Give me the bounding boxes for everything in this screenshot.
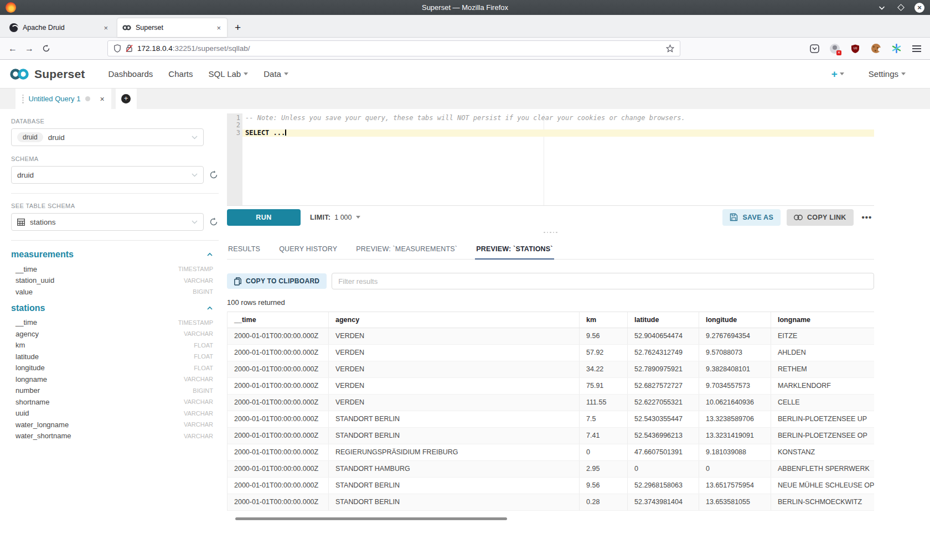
column-header-km[interactable]: km: [580, 312, 628, 328]
refresh-schema-icon[interactable]: [209, 170, 219, 180]
tab-preview-stations[interactable]: PREVIEW: `STATIONS`: [475, 241, 554, 260]
schema-column-row: __timeTIMESTAMP: [11, 263, 219, 275]
link-icon: [794, 215, 803, 220]
save-icon: [730, 213, 738, 221]
table-cell: 0.28: [580, 494, 628, 510]
chevron-up-icon[interactable]: [206, 306, 213, 310]
column-header-longitude[interactable]: longitude: [699, 312, 771, 328]
schema-table-name[interactable]: measurements: [11, 250, 74, 260]
table-cell: 75.91: [580, 378, 628, 394]
table-cell: 10.0621640936: [699, 395, 771, 411]
shield-icon[interactable]: [113, 44, 121, 53]
superset-logo[interactable]: Superset: [9, 68, 85, 81]
minimize-button[interactable]: [877, 3, 887, 13]
add-query-tab-button[interactable]: +: [116, 89, 137, 109]
table-cell: 9.56: [580, 478, 628, 494]
nav-item-sql-lab[interactable]: SQL Lab: [209, 69, 249, 79]
browser-tabstrip: Apache Druid × Superset × +: [0, 15, 930, 38]
column-header-latitude[interactable]: latitude: [628, 312, 699, 328]
column-name: shortname: [16, 398, 49, 406]
extension-asterisk-icon[interactable]: [891, 43, 902, 54]
run-button[interactable]: RUN: [227, 209, 301, 226]
drag-handle-icon[interactable]: [22, 95, 24, 103]
browser-tab-apache-druid[interactable]: Apache Druid ×: [4, 18, 114, 37]
settings-menu[interactable]: Settings: [869, 69, 906, 79]
tab-close-icon[interactable]: ×: [102, 24, 109, 32]
table-cell: BERLIN-PLOETZENSEE OP: [771, 428, 874, 444]
copy-link-button[interactable]: COPY LINK: [787, 209, 854, 226]
tab-query-history[interactable]: QUERY HISTORY: [278, 241, 338, 259]
column-header-time[interactable]: __time: [228, 312, 329, 328]
table-cell: VERDEN: [329, 378, 580, 394]
new-item-button[interactable]: +: [831, 68, 844, 80]
pane-resize-handle[interactable]: [227, 229, 874, 236]
table-cell: 52.6827572727: [628, 378, 699, 394]
column-type: VARCHAR: [184, 421, 213, 428]
more-actions-button[interactable]: •••: [860, 212, 875, 222]
browser-toolbar: ← → 172.18.0.4:32251/superset/sqllab/ U0: [0, 38, 930, 60]
tab-results[interactable]: RESULTS: [227, 241, 261, 259]
schema-column-row: water_longnameVARCHAR: [11, 419, 219, 431]
column-type: FLOAT: [194, 353, 213, 360]
maximize-button[interactable]: [896, 3, 906, 13]
chevron-up-icon[interactable]: [206, 252, 213, 257]
browser-tab-superset[interactable]: Superset ×: [117, 18, 227, 37]
column-type: BIGINT: [193, 387, 213, 394]
horizontal-scrollbar[interactable]: [235, 517, 507, 520]
schema-select[interactable]: druid: [11, 166, 204, 184]
column-type: VARCHAR: [184, 410, 213, 417]
sql-editor[interactable]: 1 2 3 -- Note: Unless you save your quer…: [227, 113, 874, 205]
back-button[interactable]: ←: [4, 41, 21, 56]
query-tab-untitled-query-1[interactable]: Untitled Query 1 ×: [16, 89, 111, 109]
close-button[interactable]: ×: [914, 3, 924, 13]
table-cell: 2000-01-01T00:00:00.000Z: [228, 378, 329, 394]
table-cell: 7.41: [580, 428, 628, 444]
plus-circle-icon: +: [121, 94, 131, 103]
column-type: FLOAT: [194, 365, 213, 371]
nav-item-charts[interactable]: Charts: [168, 69, 193, 79]
table-row: 2000-01-01T00:00:00.000ZREGIERUNGSPRÄSID…: [228, 444, 874, 461]
column-header-longname[interactable]: longname: [771, 312, 874, 328]
table-cell: VERDEN: [329, 328, 580, 344]
column-type: FLOAT: [194, 342, 213, 349]
limit-dropdown[interactable]: LIMIT: 1 000: [310, 214, 360, 221]
filter-results-input[interactable]: [332, 273, 874, 289]
refresh-table-icon[interactable]: [209, 217, 219, 227]
schema-section: stations__timeTIMESTAMPagencyVARCHARkmFL…: [11, 303, 219, 442]
table-schema-select[interactable]: stations: [11, 213, 204, 231]
table-cell: 57.92: [580, 345, 628, 361]
url-bar[interactable]: 172.18.0.4:32251/superset/sqllab/: [107, 40, 680, 56]
url-text[interactable]: 172.18.0.4:32251/superset/sqllab/: [137, 44, 662, 53]
cookie-extension-icon[interactable]: [870, 43, 881, 54]
ublock-shield-icon[interactable]: U0: [850, 43, 861, 54]
table-cell: 52.7624312749: [628, 345, 699, 361]
nav-item-dashboards[interactable]: Dashboards: [108, 69, 153, 79]
nav-item-data[interactable]: Data: [264, 69, 288, 79]
druid-favicon: [9, 23, 18, 32]
query-tab-close-icon[interactable]: ×: [95, 95, 104, 103]
table-cell: KONSTANZ: [771, 444, 874, 460]
window-titlebar: Superset — Mozilla Firefox ×: [0, 0, 930, 15]
schema-table-name[interactable]: stations: [11, 303, 45, 313]
results-tabbar: RESULTS QUERY HISTORY PREVIEW: `MEASUREM…: [227, 241, 874, 260]
column-header-agency[interactable]: agency: [329, 312, 580, 328]
account-disabled-icon[interactable]: [829, 43, 840, 54]
forward-button[interactable]: →: [21, 41, 38, 56]
bookmark-star-icon[interactable]: [666, 44, 674, 53]
pocket-icon[interactable]: [809, 43, 820, 54]
lock-disabled-icon[interactable]: [126, 44, 133, 53]
tab-close-icon[interactable]: ×: [215, 24, 222, 32]
superset-navbar: Superset Dashboards Charts SQL Lab Data …: [0, 60, 930, 89]
column-type: TIMESTAMP: [178, 319, 213, 326]
save-as-button[interactable]: SAVE AS: [722, 209, 781, 226]
schema-column-row: shortnameVARCHAR: [11, 396, 219, 408]
new-tab-button[interactable]: +: [229, 22, 246, 37]
table-cell: 2000-01-01T00:00:00.000Z: [228, 478, 329, 494]
table-cell: 52.3743981404: [628, 494, 699, 510]
database-select[interactable]: druid druid: [11, 128, 204, 146]
tab-preview-measurements[interactable]: PREVIEW: `MEASUREMENTS`: [355, 241, 458, 259]
reload-button[interactable]: [38, 41, 54, 56]
copy-to-clipboard-button[interactable]: COPY TO CLIPBOARD: [227, 273, 327, 289]
menu-hamburger-icon[interactable]: [911, 43, 922, 54]
query-tab-title: Untitled Query 1: [29, 95, 81, 103]
